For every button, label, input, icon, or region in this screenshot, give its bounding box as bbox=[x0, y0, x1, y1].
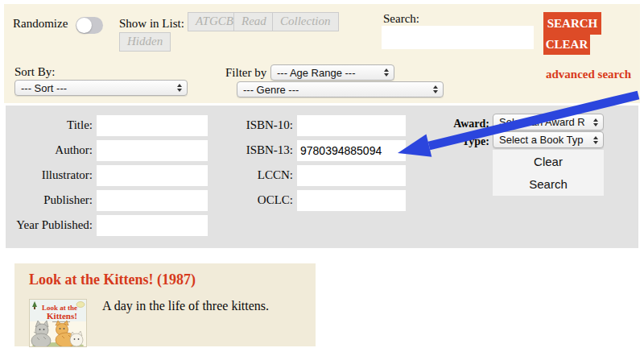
advanced-search-link[interactable]: advanced search bbox=[546, 68, 631, 81]
search-button[interactable]: SEARCH bbox=[543, 12, 601, 35]
genre-select[interactable]: --- Genre --- bbox=[237, 81, 444, 97]
form-actions-box: Clear Search bbox=[493, 150, 604, 196]
filter-button-hidden[interactable]: Hidden bbox=[119, 32, 171, 52]
publisher-label: Publisher: bbox=[6, 193, 93, 207]
up-down-stepper-icon bbox=[593, 118, 598, 126]
top-toolbar: Randomize Show in List: ATGCB Read Colle… bbox=[4, 4, 640, 103]
award-seal-icon bbox=[76, 302, 85, 308]
form-search-button[interactable]: Search bbox=[493, 172, 604, 196]
isbn10-label: ISBN-10: bbox=[207, 118, 293, 132]
book-database-page: Randomize Show in List: ATGCB Read Colle… bbox=[0, 0, 644, 348]
isbn13-label: ISBN-13: bbox=[207, 143, 293, 157]
sort-select[interactable]: --- Sort --- bbox=[14, 80, 188, 96]
up-down-stepper-icon bbox=[177, 84, 182, 92]
filter-button-read[interactable]: Read bbox=[233, 12, 275, 31]
up-down-stepper-icon bbox=[593, 136, 598, 144]
up-down-stepper-icon bbox=[384, 68, 389, 77]
filter-button-collection[interactable]: Collection bbox=[272, 12, 339, 31]
isbn10-input[interactable] bbox=[297, 115, 406, 136]
search-input[interactable] bbox=[382, 26, 534, 49]
year-published-input[interactable] bbox=[97, 215, 208, 236]
book-result-entry: Look at the Kittens! (1987) Look at the … bbox=[14, 263, 316, 346]
author-input[interactable] bbox=[97, 140, 208, 161]
book-title-link[interactable]: Look at the Kittens! (1987) bbox=[29, 271, 196, 288]
lccn-input[interactable] bbox=[297, 165, 406, 186]
title-label: Title: bbox=[6, 118, 93, 132]
svg-text:Kittens!: Kittens! bbox=[47, 311, 77, 321]
oclc-input[interactable] bbox=[297, 190, 406, 211]
illustrator-label: Illustrator: bbox=[6, 168, 93, 182]
sort-by-label: Sort By: bbox=[14, 65, 55, 79]
oclc-label: OCLC: bbox=[207, 193, 293, 207]
isbn13-input[interactable] bbox=[297, 140, 406, 161]
publisher-input[interactable] bbox=[97, 190, 208, 211]
title-input[interactable] bbox=[97, 115, 208, 136]
award-label: Award: bbox=[400, 118, 489, 130]
type-label: Type: bbox=[400, 135, 489, 148]
up-down-stepper-icon bbox=[433, 85, 438, 93]
book-description: A day in the life of three kittens. bbox=[102, 299, 269, 313]
toggle-knob-icon bbox=[76, 18, 92, 33]
show-in-list-label: Show in List: bbox=[119, 17, 184, 31]
filter-by-label: Filter by bbox=[225, 66, 266, 80]
lccn-label: LCCN: bbox=[207, 168, 293, 182]
year-published-label: Year Published: bbox=[6, 218, 93, 232]
age-range-select[interactable]: --- Age Range --- bbox=[270, 64, 394, 81]
award-select[interactable]: Select an Award R bbox=[493, 114, 604, 130]
randomize-toggle[interactable] bbox=[76, 17, 103, 34]
randomize-label: Randomize bbox=[13, 17, 68, 31]
author-label: Author: bbox=[6, 143, 93, 157]
search-label: Search: bbox=[383, 12, 419, 26]
illustrator-input[interactable] bbox=[97, 165, 208, 186]
type-select[interactable]: Select a Book Typ bbox=[493, 131, 604, 148]
clear-button[interactable]: CLEAR bbox=[543, 35, 590, 55]
advanced-search-form: Title: Author: Illustrator: Publisher: Y… bbox=[6, 106, 638, 248]
form-clear-button[interactable]: Clear bbox=[493, 150, 604, 172]
book-cover-image[interactable]: Look at the Kittens! bbox=[30, 300, 86, 346]
